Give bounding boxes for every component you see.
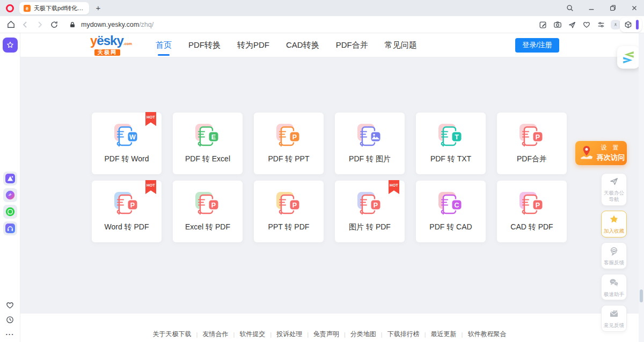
nav-item-常见问题[interactable]: 常见问题 (385, 38, 417, 53)
home-icon[interactable] (6, 20, 16, 29)
back-icon[interactable] (20, 20, 30, 29)
edit-icon[interactable] (538, 20, 548, 29)
tool-card-Excel 转 PDF[interactable]: PExcel 转 PDF (173, 181, 243, 242)
card-label: CAD 转 PDF (510, 222, 553, 232)
tool-card-PPT 转 PDF[interactable]: PPPT 转 PDF (254, 181, 324, 242)
footer-link-投诉处理[interactable]: 投诉处理 (276, 330, 302, 339)
tool-card-Word 转 PDF[interactable]: PWord 转 PDFHOT (92, 181, 162, 242)
browser-sidebar: ··· (0, 33, 20, 342)
scrollbar-thumb[interactable] (640, 289, 643, 302)
footer-link-最近更新[interactable]: 最近更新 (431, 330, 457, 339)
extension-float-button[interactable] (617, 46, 640, 69)
close-icon[interactable] (630, 4, 639, 12)
pinboard-star-icon[interactable] (3, 38, 18, 53)
logo-com: .com (123, 42, 132, 46)
footer-link-下载排行榜[interactable]: 下载排行榜 (387, 330, 420, 339)
aria-icon[interactable] (3, 172, 17, 185)
tool-card-CAD 转 PDF[interactable]: PCAD 转 PDF (497, 181, 567, 242)
svg-text:W: W (129, 133, 136, 141)
widget-意见反馈[interactable]: 意见反馈 (601, 305, 627, 332)
logo-badge: 天极网 (94, 49, 120, 56)
nav-item-转为PDF[interactable]: 转为PDF (237, 38, 269, 53)
tool-card-PDF 转 图片[interactable]: PDF 转 图片 (335, 113, 405, 174)
doc-convert-icon: C (436, 191, 466, 218)
search-icon[interactable] (566, 4, 574, 12)
nav-item-首页[interactable]: 首页 (156, 38, 172, 53)
site-main: WPDF 转 WordHOTEPDF 转 ExcelPPDF 转 PPTPDF … (20, 57, 639, 314)
page-scrollbar[interactable] (639, 33, 644, 342)
footer-link-友情合作[interactable]: 友情合作 (202, 330, 228, 339)
nav-item-PDF合并[interactable]: PDF合并 (336, 38, 368, 53)
hot-badge: HOT (145, 112, 156, 126)
site-nav: 首页PDF转换转为PDFCAD转换PDF合并常见问题 (156, 38, 417, 53)
history-clock-icon[interactable] (5, 315, 15, 324)
chat-bubbles-icon (609, 277, 619, 290)
forward-icon[interactable] (35, 20, 45, 29)
doc-convert-icon: P (274, 191, 304, 218)
logo-rest: ësky (97, 33, 123, 48)
footer-link-关于天极下载[interactable]: 关于天极下载 (153, 330, 192, 339)
login-register-button[interactable]: 登录/注册 (515, 38, 559, 53)
restore-icon[interactable] (609, 4, 617, 12)
reload-icon[interactable] (49, 20, 59, 29)
footer-separator: | (425, 331, 426, 338)
yesky-logo[interactable]: yësky.com 天极网 (90, 34, 132, 56)
card-label: PDF 转 TXT (430, 154, 471, 164)
s-logo-icon (620, 49, 636, 65)
footer-separator: | (462, 331, 463, 338)
widget-极速助手[interactable]: 极速助手 (601, 274, 627, 301)
minimize-icon[interactable] (587, 4, 596, 12)
likes-heart-icon[interactable] (5, 300, 15, 310)
more-dots-icon[interactable]: ··· (5, 329, 15, 339)
opera-logo[interactable] (6, 4, 14, 12)
messenger-icon[interactable] (3, 188, 17, 202)
extensions-panel[interactable] (620, 17, 642, 32)
sliders-icon[interactable] (596, 20, 606, 29)
url-text[interactable]: mydown.yesky.com/zhq/ (81, 21, 153, 28)
doc-convert-icon (355, 123, 385, 150)
profile-icon[interactable] (611, 20, 620, 29)
widget-天极办公导航[interactable]: 天极办公导航 (601, 173, 627, 206)
tool-card-PDF合并[interactable]: PPDF合并 (497, 113, 567, 174)
widget-客服反馈[interactable]: 客服反馈 (601, 242, 627, 269)
tool-card-PDF 转 Excel[interactable]: EPDF 转 Excel (173, 113, 243, 174)
tool-card-PDF 转 PPT[interactable]: PPDF 转 PPT (254, 113, 324, 174)
send-icon[interactable] (567, 20, 577, 29)
nav-item-CAD转换[interactable]: CAD转换 (286, 38, 319, 53)
footer-link-分类地图[interactable]: 分类地图 (350, 330, 376, 339)
widget-加入收藏[interactable]: 加入收藏 (601, 211, 627, 237)
map-pin-icon (579, 144, 595, 162)
tool-card-PDF 转 TXT[interactable]: TPDF 转 TXT (416, 113, 486, 174)
browser-toolbar: mydown.yesky.com/zhq/ (0, 16, 644, 33)
card-label: PDF 转 Word (105, 154, 149, 164)
whatsapp-icon[interactable] (3, 205, 17, 219)
star-icon (609, 214, 619, 227)
cube-icon[interactable] (623, 20, 633, 29)
heart-icon[interactable] (582, 20, 591, 29)
footer-link-软件提交[interactable]: 软件提交 (239, 330, 265, 339)
camera-icon[interactable] (553, 20, 562, 29)
lock-icon[interactable] (68, 20, 77, 29)
tab-favicon: ë (24, 5, 31, 12)
browser-tab[interactable]: ë 天极下载pdf转化工具 (19, 2, 89, 14)
address-bar[interactable]: mydown.yesky.com/zhq/ (68, 20, 153, 29)
card-label: PDF合并 (517, 154, 547, 164)
footer-link-软件教程聚合[interactable]: 软件教程聚合 (467, 330, 506, 339)
footer-link-免责声明[interactable]: 免责声明 (313, 330, 339, 339)
paper-plane-icon (609, 176, 619, 189)
nav-item-PDF转换[interactable]: PDF转换 (188, 38, 221, 53)
envelope-icon (609, 308, 619, 321)
widget-label: 天极办公导航 (604, 190, 624, 203)
widget-label: 客服反馈 (604, 259, 624, 266)
footer-links: 关于天极下载|友情合作|软件提交|投诉处理|免责声明|分类地图|下载排行榜|最近… (153, 330, 507, 339)
banner-line2: 再次访问 (597, 153, 625, 162)
tool-card-PDF 转 Word[interactable]: WPDF 转 WordHOT (92, 113, 162, 174)
headphones-icon[interactable] (3, 221, 17, 235)
set-revisit-banner[interactable]: 设 置 再次访问 (575, 141, 627, 165)
new-tab-button[interactable]: + (92, 2, 104, 13)
svg-text:C: C (454, 202, 459, 209)
tool-card-图片 转 PDF[interactable]: P图片 转 PDFHOT (335, 181, 405, 242)
footer-separator: | (270, 331, 272, 338)
svg-text:P: P (292, 133, 297, 141)
tool-card-PDF 转 CAD[interactable]: CPDF 转 CAD (416, 181, 486, 242)
